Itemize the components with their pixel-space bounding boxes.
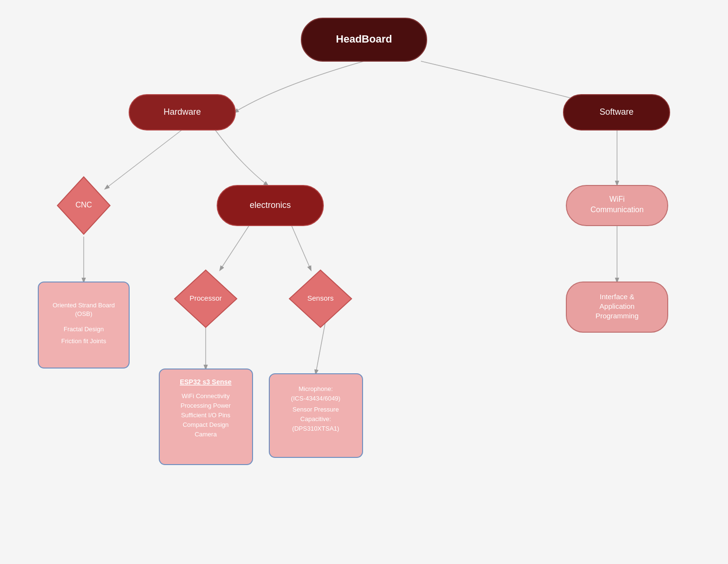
cnc-label: CNC	[76, 201, 92, 209]
sensors-box-label2: (ICS-43434/6049)	[291, 395, 340, 402]
esp32-label2: Processing Power	[181, 402, 231, 409]
sensors-box-label3: Sensor Pressure	[293, 406, 339, 413]
svg-line-0	[105, 130, 182, 189]
esp32-label3: Sufficient I/O Pins	[181, 412, 231, 419]
wifi-comm-label2: Communication	[590, 206, 643, 214]
hardware-label: Hardware	[164, 107, 201, 117]
osb-label1: Oriented Strand Board	[53, 302, 115, 309]
esp32-label4: Compact Design	[183, 421, 229, 428]
osb-label2: (OSB)	[75, 310, 92, 317]
esp32-label1: WiFi Connectivity	[182, 392, 230, 400]
svg-line-4	[220, 226, 249, 270]
electronics-label: electronics	[250, 200, 291, 210]
svg-line-7	[316, 323, 325, 374]
svg-line-5	[292, 226, 311, 270]
sensors-label: Sensors	[307, 294, 333, 302]
esp32-title: ESP32 s3 Sense	[180, 378, 232, 386]
osb-label3: Fractal Design	[64, 325, 104, 333]
esp32-label5: Camera	[195, 431, 217, 438]
osb-label4: Friction fit Joints	[61, 337, 106, 345]
sensors-box-label4: Capacitive:	[300, 415, 331, 423]
software-label: Software	[599, 107, 633, 117]
interface-label2: Application	[599, 302, 634, 310]
headboard-label: HeadBoard	[336, 33, 392, 45]
wifi-comm-label: WiFi	[609, 195, 625, 203]
sensors-box-label1: Microphone:	[298, 385, 333, 392]
interface-label3: Programming	[596, 312, 639, 320]
sensors-box-label5: (DPS310XTSA1)	[292, 425, 339, 432]
osb-node	[38, 282, 129, 368]
processor-label: Processor	[189, 294, 222, 302]
interface-label1: Interface &	[600, 293, 635, 301]
